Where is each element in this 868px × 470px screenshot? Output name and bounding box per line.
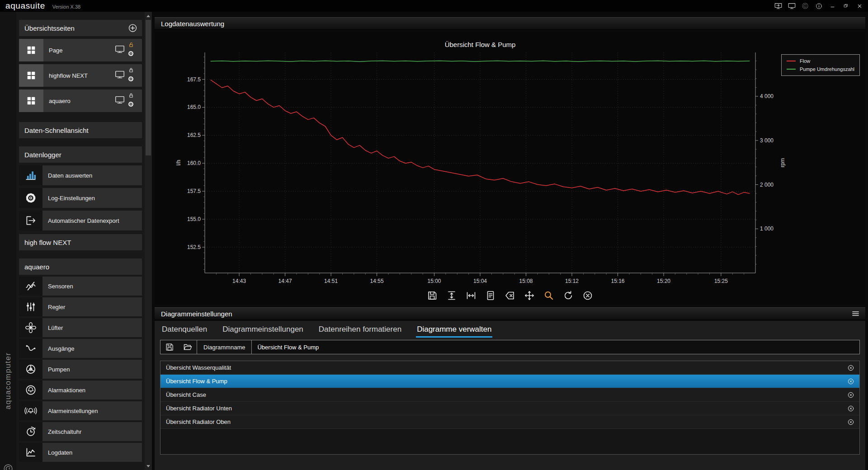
remove-diagram-icon[interactable]	[847, 391, 855, 399]
sidebar-item[interactable]: Daten auswerten	[19, 165, 142, 185]
screen-icon[interactable]	[785, 0, 798, 12]
lock-gear-stack	[127, 92, 134, 109]
sidebar-item[interactable]: Zeitschaltuhr	[19, 422, 142, 441]
aqua-logo-icon[interactable]	[798, 0, 812, 12]
cancel-icon[interactable]	[581, 289, 594, 302]
chart-toolbar	[155, 289, 865, 302]
legend-label: Flow	[800, 58, 810, 64]
svg-text:15:12: 15:12	[565, 278, 579, 284]
sidebar-item[interactable]: Lüfter	[19, 318, 142, 337]
sidebar-item[interactable]: Pumpen	[19, 360, 142, 379]
sidebar-page-item[interactable]: highflow NEXT	[19, 64, 142, 87]
sidebar-item[interactable]: Ausgänge	[19, 339, 142, 358]
sidebar-item-label: Log-Einstellungen	[42, 188, 142, 208]
sidebar-item[interactable]: Regler	[19, 297, 142, 316]
save-icon[interactable]	[426, 289, 439, 302]
sidebar-item[interactable]: Log-Einstellungen	[19, 188, 142, 208]
minimize-icon[interactable]	[826, 0, 839, 12]
remove-diagram-icon[interactable]	[847, 404, 855, 413]
tab-datenquellen[interactable]: Datenquellen	[161, 323, 208, 338]
sidebar-item[interactable]: Alarmaktionen	[19, 381, 142, 400]
lock-closed-icon[interactable]	[128, 92, 134, 100]
sidebar-item-label: Page	[43, 39, 107, 61]
monitor-icon[interactable]	[114, 69, 125, 82]
grid-icon	[19, 39, 43, 61]
maximize-icon[interactable]	[839, 0, 853, 12]
tab-diagrammeinstellungen[interactable]: Diagrammeinstellungen	[222, 323, 304, 338]
chart-legend: FlowPumpe Umdrehungszahl	[781, 54, 860, 76]
sidebar-item-label: highflow NEXT	[43, 64, 107, 87]
sidebar-group: high flow NEXT	[19, 234, 142, 250]
refresh-icon[interactable]	[562, 289, 575, 302]
close-icon[interactable]	[853, 0, 866, 12]
fit-width-icon[interactable]	[465, 289, 477, 302]
bar-chart-icon	[19, 165, 42, 185]
sidebar-item[interactable]: Automatischer Datenexport	[19, 211, 142, 230]
scrollbar-thumb[interactable]	[146, 20, 151, 155]
settings-panel-header: Diagrammeinstellungen	[155, 307, 865, 320]
lock-closed-icon[interactable]	[128, 67, 134, 75]
diagram-list-item[interactable]: Übersicht Wasserqualität	[160, 361, 859, 375]
sidebar-item[interactable]: Sensoren	[19, 277, 142, 296]
svg-text:4 000: 4 000	[760, 93, 774, 99]
sidebar-section-header[interactable]: high flow NEXT	[19, 234, 142, 250]
hamburger-icon[interactable]	[851, 310, 860, 318]
diagram-list-item[interactable]: Übersicht Radiator Unten	[160, 402, 859, 415]
zoom-icon[interactable]	[542, 289, 555, 302]
svg-text:l/h: l/h	[175, 160, 182, 166]
remove-diagram-icon[interactable]	[847, 364, 855, 372]
title-bar: aquasuite Version X.38	[0, 0, 868, 12]
svg-text:160.0: 160.0	[187, 160, 201, 166]
sidebar-section-header[interactable]: Datenlogger	[19, 146, 142, 163]
sidebar-scrollbar[interactable]	[145, 12, 152, 470]
sidebar-item[interactable]: Alarmeinstellungen	[19, 401, 142, 420]
gear-icon[interactable]	[127, 101, 134, 109]
remove-diagram-icon[interactable]	[847, 418, 855, 426]
sidebar-item-label: Alarmeinstellungen	[42, 401, 142, 420]
remove-diagram-icon[interactable]	[847, 377, 855, 385]
fit-height-icon[interactable]	[445, 289, 458, 302]
gear-icon[interactable]	[127, 75, 134, 84]
sidebar-item[interactable]: Logdaten	[19, 443, 142, 462]
svg-text:167.5: 167.5	[187, 76, 201, 83]
diagram-list-item[interactable]: Übersicht Radiator Oben	[160, 415, 859, 429]
sidebar-page-item[interactable]: aquaero	[19, 89, 142, 112]
report-icon[interactable]	[484, 289, 497, 302]
sidebar-group: ÜbersichtsseitenPagehighflow NEXTaquaero	[19, 20, 142, 112]
sidebar-section-header[interactable]: Übersichtsseiten	[19, 20, 142, 36]
info-icon[interactable]	[812, 0, 826, 12]
open-diagram-button[interactable]	[179, 340, 197, 354]
brand-rail: aquacomputer	[0, 12, 16, 470]
screen-export-icon[interactable]	[771, 0, 785, 12]
save-diagram-button[interactable]	[160, 340, 179, 354]
svg-text:2 000: 2 000	[760, 182, 774, 188]
svg-text:14:55: 14:55	[370, 278, 384, 284]
lock-gear-stack	[127, 42, 134, 59]
monitor-icon[interactable]	[114, 44, 125, 56]
sidebar-page-item[interactable]: Page	[19, 39, 142, 61]
tab-diagramme-verwalten[interactable]: Diagramme verwalten	[416, 323, 492, 338]
sidebar-section-label: Übersichtsseiten	[24, 24, 75, 32]
app-window: aquasuite Version X.38 aquacomputer Über…	[0, 0, 868, 470]
line-chart[interactable]: 152.5155.0157.5160.0162.5165.0167.514:43…	[155, 32, 865, 305]
sidebar-group: DatenloggerDaten auswertenLog-Einstellun…	[19, 146, 142, 230]
scroll-down-icon[interactable]	[145, 463, 152, 469]
sensor-icon	[19, 277, 42, 296]
sidebar-section-header[interactable]: aquaero	[19, 258, 142, 275]
monitor-icon[interactable]	[114, 94, 125, 107]
page-item-controls	[107, 64, 142, 87]
sidebar-section-header[interactable]: Daten-Schnellansicht	[19, 122, 142, 138]
move-icon[interactable]	[523, 289, 536, 302]
gear-icon[interactable]	[127, 50, 134, 59]
diagram-list-item[interactable]: Übersicht Case	[160, 388, 859, 402]
scroll-up-icon[interactable]	[145, 13, 152, 19]
tab-datenreihen-formatieren[interactable]: Datenreihen formatieren	[318, 323, 402, 338]
clear-icon[interactable]	[504, 289, 516, 302]
sidebar-item-label: Lüfter	[42, 318, 142, 337]
lock-open-icon[interactable]	[128, 42, 134, 50]
diagram-list-item[interactable]: Übersicht Flow & Pump	[160, 375, 859, 388]
sidebar-group: aquaeroSensorenReglerLüfterAusgängePumpe…	[19, 258, 142, 462]
add-page-button[interactable]	[127, 23, 138, 33]
main-panel-header: Logdatenauswertung	[155, 17, 865, 30]
diagram-name-input[interactable]	[251, 340, 859, 354]
